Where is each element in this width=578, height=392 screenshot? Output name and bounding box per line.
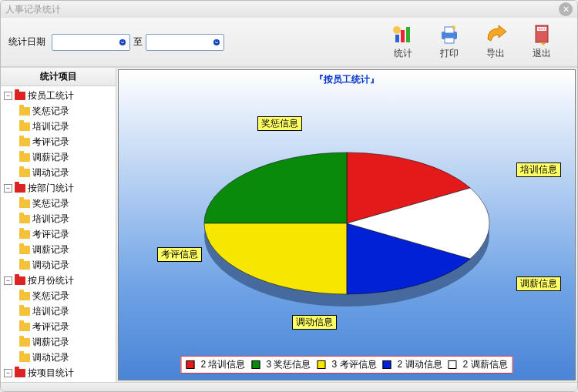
tree-item-label: 培训记录 (32, 305, 69, 318)
svg-point-0 (119, 39, 126, 45)
tree-item[interactable]: 调薪记录 (2, 334, 114, 350)
tree-group-label: 按部门统计 (28, 182, 74, 195)
tree-item[interactable]: 考评记录 (2, 319, 114, 334)
collapse-icon[interactable] (4, 184, 12, 193)
tree-item-label: 奖惩记录 (32, 290, 69, 303)
tree-item[interactable]: 培训记录 (2, 211, 114, 226)
legend-swatch (251, 360, 260, 369)
print-button[interactable]: 打印 (437, 24, 462, 60)
legend-label: 3 奖惩信息 (266, 358, 311, 371)
date-to-combo[interactable] (146, 34, 224, 51)
collapse-icon[interactable] (4, 92, 12, 100)
svg-rect-8 (445, 38, 454, 43)
titlebar: 人事记录统计 ✕ (1, 1, 577, 18)
legend-label: 3 考评信息 (331, 358, 376, 371)
tree-item[interactable]: 调动记录 (2, 165, 114, 180)
folder-icon (19, 261, 30, 270)
collapse-icon[interactable] (4, 276, 12, 285)
tree-item-label: 培训记录 (32, 213, 69, 226)
tree-item-label: 考评记录 (32, 320, 69, 333)
tree-item-label: 调薪记录 (32, 151, 69, 164)
label-salary: 调薪信息 (516, 276, 561, 291)
pie-slice (204, 152, 347, 223)
close-button[interactable]: ✕ (559, 2, 573, 16)
folder-icon (19, 107, 30, 116)
export-label: 导出 (486, 47, 505, 60)
date-to-dropdown-icon[interactable] (210, 35, 223, 49)
exit-button[interactable]: EXIT 退出 (529, 24, 554, 60)
date-from-input[interactable] (52, 35, 116, 49)
toolbar: 统计日期 至 统计 (1, 18, 577, 67)
tree-item-label: 考评记录 (32, 136, 69, 149)
exit-label: 退出 (533, 47, 551, 60)
tree-group-label: 按项目统计 (28, 367, 74, 380)
tree-item[interactable]: 奖惩记录 (2, 103, 114, 119)
svg-point-1 (213, 39, 220, 45)
legend: 2 培训信息3 奖惩信息3 考评信息2 调动信息2 调薪信息 (180, 356, 512, 374)
legend-swatch (186, 360, 194, 369)
window-title: 人事记录统计 (5, 3, 61, 16)
svg-rect-2 (395, 35, 399, 42)
legend-swatch (449, 360, 457, 369)
legend-label: 2 调动信息 (398, 358, 442, 371)
tree-item[interactable]: 培训记录 (2, 119, 114, 134)
sidebar-title: 统计项目 (1, 68, 116, 86)
tree-item-label: 调动记录 (32, 259, 69, 272)
tree-item-label: 调动记录 (32, 166, 69, 179)
tree-item-label: 调薪记录 (32, 336, 69, 349)
body: 统计项目 按员工统计奖惩记录培训记录考评记录调薪记录调动记录按部门统计奖惩记录培… (1, 67, 577, 382)
tree-item-label: 奖惩记录 (32, 197, 69, 210)
pie-chart (200, 146, 493, 316)
stat-button[interactable]: 统计 (391, 24, 415, 60)
print-icon (437, 24, 462, 45)
label-reward: 奖惩信息 (257, 116, 302, 131)
tree-group-row[interactable]: 按项目统计 (2, 365, 114, 380)
tree-item[interactable]: 调薪记录 (2, 242, 114, 257)
export-button[interactable]: 导出 (483, 24, 508, 60)
date-to-input[interactable] (146, 35, 210, 49)
sidebar: 统计项目 按员工统计奖惩记录培训记录考评记录调薪记录调动记录按部门统计奖惩记录培… (1, 68, 116, 382)
folder-icon (19, 338, 30, 347)
folder-icon (19, 307, 30, 316)
tree-group-row[interactable]: 按部门统计 (2, 180, 114, 196)
folder-icon (19, 230, 30, 239)
chart-title: 『按员工统计』 (119, 70, 575, 86)
folder-icon (19, 292, 30, 300)
tree-item[interactable]: 培训记录 (2, 303, 114, 319)
tree-item[interactable]: 考评记录 (2, 134, 114, 149)
collapse-icon[interactable] (4, 369, 12, 377)
label-eval: 考评信息 (157, 247, 202, 262)
tree-item-label: 考评记录 (32, 228, 69, 241)
legend-label: 2 调薪信息 (463, 358, 508, 371)
exit-icon: EXIT (529, 24, 554, 45)
folder-icon (15, 276, 25, 285)
tree-item[interactable]: 调动记录 (2, 350, 114, 365)
tree-group-row[interactable]: 按员工统计 (2, 88, 114, 103)
tree-item[interactable]: 奖惩记录 (2, 196, 114, 211)
folder-icon (19, 153, 30, 162)
folder-icon (19, 215, 30, 223)
chart-area: 『按员工统计』 培训信息 奖惩信息 考评信息 调动信息 调薪信息 2 培训信息3… (118, 69, 576, 380)
pie-top (200, 146, 493, 300)
folder-icon (19, 323, 30, 331)
tree-item[interactable]: 奖惩记录 (2, 288, 114, 303)
svg-text:EXIT: EXIT (539, 27, 546, 31)
svg-point-5 (393, 26, 401, 34)
date-from-dropdown-icon[interactable] (116, 35, 129, 49)
stat-label: 统计 (394, 47, 412, 60)
date-range: 统计日期 至 (8, 34, 224, 51)
label-move: 调动信息 (292, 315, 337, 330)
pie-slice (204, 223, 347, 294)
tree-item[interactable]: 调动记录 (2, 257, 114, 273)
folder-icon (19, 199, 30, 208)
tree-group-label: 按员工统计 (28, 89, 74, 102)
tree-item[interactable]: 调薪记录 (2, 149, 114, 165)
tree-group-row[interactable]: 按月份统计 (2, 273, 114, 288)
tree-item-label: 奖惩记录 (32, 105, 69, 118)
tree-item[interactable]: 考评记录 (2, 226, 114, 242)
date-from-combo[interactable] (52, 34, 130, 51)
stat-icon (391, 24, 415, 45)
folder-icon (19, 169, 30, 177)
toolbar-buttons: 统计 打印 导出 EXIT 退出 (391, 24, 554, 60)
tree-item-label: 调薪记录 (32, 243, 69, 256)
